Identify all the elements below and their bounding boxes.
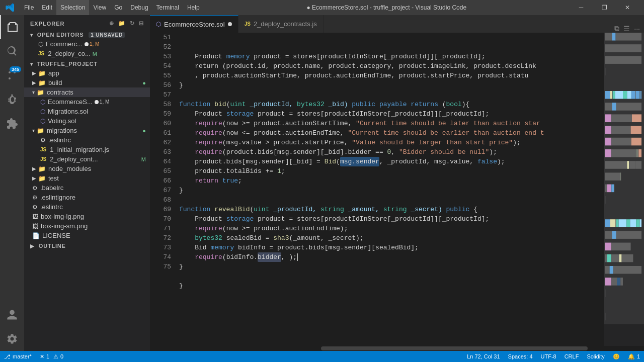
open-editor-sol[interactable]: ⬡ Ecommerc... 1, M [24, 39, 150, 49]
code-line-62[interactable]: product.bids[msg.sender][_bid] = Bid(msg… [179, 157, 604, 166]
outline-section[interactable]: ▶ OUTLINE [24, 240, 150, 250]
unsaved-badge: 1 UNSAVED [89, 32, 125, 38]
editor-toolbar: ⧉ ☰ ··· [610, 24, 644, 33]
file-migrations-sol[interactable]: ⬡ Migrations.sol [24, 107, 150, 116]
maximize-button[interactable]: ❐ [593, 0, 616, 15]
code-line-55[interactable] [179, 90, 604, 100]
code-line-54[interactable]: } [179, 80, 604, 90]
code-line-57[interactable]: Product storage product = stores[product… [179, 109, 604, 119]
code-line-63[interactable]: product.totalBids += 1; [179, 166, 604, 176]
menu-edit[interactable]: Edit [38, 0, 56, 15]
editor-scroll[interactable]: 5152535455565758596061626364656667686970… [150, 33, 644, 346]
bell-icon: 🔔 [628, 353, 635, 360]
line-ending[interactable]: CRLF [560, 351, 583, 362]
refresh-icon[interactable]: ↻ [130, 20, 135, 27]
folder-build[interactable]: ▶📁 build ● [24, 78, 150, 87]
editor-area: ⬡ EcommerceStore.sol JS 2_deploy_contrac… [150, 15, 644, 351]
folder-contracts[interactable]: ▾📁 contracts [24, 87, 150, 97]
project-section[interactable]: ▾ TRUFFLE_PROJECT [24, 58, 150, 68]
line-numbers: 5152535455565758596061626364656667686970… [150, 33, 175, 346]
code-line-66[interactable] [179, 195, 604, 205]
toggle-panel-icon[interactable]: ☰ [623, 25, 630, 33]
code-line-69[interactable]: require(now >= product.auctionEndTime); [179, 224, 604, 233]
file-babelrc[interactable]: ⚙ .babelrc [24, 183, 150, 193]
activity-settings[interactable] [0, 327, 24, 351]
tab-ecommercestore-sol[interactable]: ⬡ EcommerceStore.sol [150, 15, 238, 33]
indentation[interactable]: Spaces: 4 [504, 351, 537, 362]
close-button[interactable]: ✕ [616, 0, 639, 15]
activity-extensions[interactable] [0, 112, 24, 136]
code-line-59[interactable]: require(now <= product.auctionEndTime, "… [179, 128, 604, 138]
cursor-position[interactable]: Ln 72, Col 31 [463, 351, 504, 362]
activity-accounts[interactable] [0, 303, 24, 327]
file-license[interactable]: 📄 LICENSE [24, 231, 150, 240]
code-line-67[interactable]: function revealBid(uint _productId, stri… [179, 205, 604, 214]
code-line-72[interactable]: require(bidInfo.bidder, ); [179, 252, 604, 262]
explorer-title: EXPLORER ⊕ 📁 ↻ ⊟ [24, 15, 150, 29]
js-modified: M [93, 51, 97, 57]
dirty-dot [85, 42, 89, 46]
activity-source-control[interactable]: 345 [0, 63, 24, 87]
file-eslintignore[interactable]: ⚙ .eslintignore [24, 193, 150, 202]
warning-icon: ⚠ [53, 353, 58, 360]
more-actions-icon[interactable]: ··· [634, 25, 640, 33]
menu-terminal[interactable]: Terminal [152, 0, 183, 15]
code-line-60[interactable]: require(msg.value > product.startPrice, … [179, 138, 604, 147]
code-line-58[interactable]: require(now >= product.auctionStartTime,… [179, 119, 604, 128]
code-line-65[interactable]: } [179, 186, 604, 195]
code-line-68[interactable]: Product storage product = stores[product… [179, 214, 604, 224]
new-folder-icon[interactable]: 📁 [118, 20, 126, 27]
minimap[interactable] [604, 33, 644, 346]
file-box-img-sm[interactable]: 🖼 box-img-sm.png [24, 221, 150, 231]
scrollbar-thumb[interactable] [321, 346, 588, 350]
file-eslintrc[interactable]: ⚙ .eslintrc [24, 135, 150, 145]
code-line-53[interactable]: , product.auctionStartTime, product.auct… [179, 71, 604, 80]
vscode-logo [5, 3, 15, 13]
folder-node-modules[interactable]: ▶📁 node_modules [24, 164, 150, 173]
code-line-74[interactable] [179, 272, 604, 281]
open-editor-js[interactable]: JS 2_deploy_co... M [24, 49, 150, 58]
source-control-badge: 345 [10, 66, 21, 72]
folder-app[interactable]: ▶📁 app [24, 68, 150, 78]
menu-file[interactable]: File [20, 0, 38, 15]
code-line-52[interactable]: return (product.id, product.name, produc… [179, 61, 604, 71]
encoding[interactable]: UTF-8 [537, 351, 560, 362]
file-box-img-lg[interactable]: 🖼 box-img-lg.png [24, 212, 150, 221]
menu-view[interactable]: View [89, 0, 110, 15]
activity-explorer[interactable] [0, 15, 24, 39]
activity-search[interactable] [0, 39, 24, 63]
code-line-64[interactable]: return true; [179, 176, 604, 186]
horizontal-scrollbar[interactable] [150, 346, 644, 351]
collapse-icon[interactable]: ⊟ [139, 20, 144, 27]
folder-test[interactable]: ▶📁 test [24, 173, 150, 183]
folder-migrations[interactable]: ▾📁 migrations ● [24, 126, 150, 135]
code-line-75[interactable]: } [179, 281, 604, 291]
code-line-71[interactable]: Bid memory bidInfo = product.bids[msg.se… [179, 243, 604, 252]
split-editor-icon[interactable]: ⧉ [614, 24, 619, 33]
menu-debug[interactable]: Debug [126, 0, 152, 15]
menu-selection[interactable]: Selection [56, 0, 89, 15]
errors-warnings[interactable]: ✕ 1 ⚠ 0 [36, 351, 67, 362]
open-editors-section[interactable]: ▾ OPEN EDITORS 1 UNSAVED [24, 29, 150, 39]
smiley-icon[interactable]: 😊 [609, 351, 624, 362]
file-voting-sol[interactable]: ⬡ Voting.sol [24, 116, 150, 126]
activity-debug[interactable] [0, 87, 24, 112]
code-area[interactable]: Product memory product = stores[productI… [175, 33, 604, 346]
file-ecommerce-sol[interactable]: ⬡ EcommerceS... 1, M [24, 97, 150, 107]
new-file-icon[interactable]: ⊕ [109, 20, 114, 27]
code-line-61[interactable]: require(product.bids[msg.sender][_bid].b… [179, 147, 604, 157]
code-line-70[interactable]: bytes32 sealedBid = sha3(_amount, _secre… [179, 233, 604, 243]
notifications[interactable]: 🔔 1 [624, 351, 644, 362]
file-eslintrc2[interactable]: ⚙ .eslintrc [24, 202, 150, 212]
menu-go[interactable]: Go [110, 0, 126, 15]
code-line-51[interactable]: Product memory product = stores[productI… [179, 52, 604, 61]
file-1-initial-migration[interactable]: JS 1_initial_migration.js [24, 145, 150, 154]
tab-2-deploy-contracts-js[interactable]: JS 2_deploy_contracts.js [238, 15, 324, 33]
git-branch[interactable]: ⎇ master* [0, 351, 36, 362]
menu-help[interactable]: Help [183, 0, 204, 15]
file-2-deploy-contracts[interactable]: JS 2_deploy_cont... M [24, 154, 150, 164]
minimize-button[interactable]: ─ [570, 0, 593, 15]
language-mode[interactable]: Solidity [583, 351, 608, 362]
code-line-56[interactable]: function bid(uint _productId, bytes32 _b… [179, 100, 604, 109]
code-line-73[interactable]: } [179, 262, 604, 272]
